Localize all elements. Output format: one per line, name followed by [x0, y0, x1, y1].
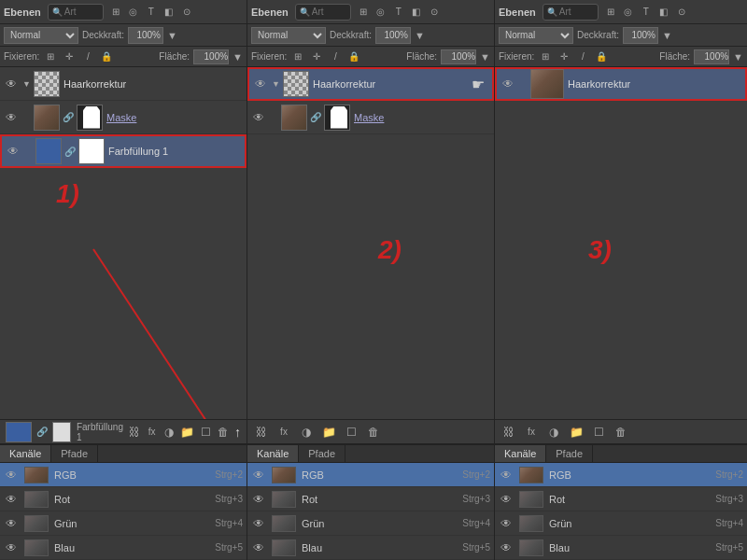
fill-arrow-1[interactable]: ▼ [233, 51, 243, 63]
channel-row-rot-3[interactable]: 👁 Rot Strg+3 [495, 487, 747, 511]
fix-brush-icon-1[interactable]: / [80, 49, 95, 64]
fx-icon-3[interactable]: fx [523, 424, 540, 441]
eye-grun-2[interactable]: 👁 [251, 516, 266, 531]
mask-icon-2[interactable]: ◑ [298, 424, 315, 441]
eye-grun-1[interactable]: 👁 [4, 516, 19, 531]
eye-rgb-3[interactable]: 👁 [499, 468, 514, 483]
folder-icon-3[interactable]: 📁 [568, 424, 585, 441]
tab-pfade-2[interactable]: Pfade [299, 445, 345, 462]
chain-maske-2[interactable]: 🔗 [311, 110, 320, 125]
fix-all-icon-1[interactable]: ⊞ [43, 49, 58, 64]
circle-icon-1[interactable]: ◎ [126, 5, 141, 20]
search-box-2[interactable]: 🔍 [295, 4, 351, 21]
trash-icon-1[interactable]: 🗑 [218, 424, 229, 441]
opacity-input-1[interactable] [128, 27, 163, 44]
image-icon-3[interactable]: ⊞ [603, 5, 618, 20]
text-icon-2[interactable]: T [391, 5, 406, 20]
channel-row-rot-1[interactable]: 👁 Rot Strg+3 [0, 487, 247, 511]
fill-arrow-3[interactable]: ▼ [733, 51, 743, 63]
search-input-2[interactable] [312, 7, 345, 17]
eye-rot-3[interactable]: 👁 [499, 492, 514, 507]
channel-row-grun-3[interactable]: 👁 Grün Strg+4 [495, 511, 747, 536]
fix-move-icon-3[interactable]: ✛ [557, 49, 571, 64]
search-box-3[interactable]: 🔍 [543, 4, 599, 21]
image-icon-1[interactable]: ⊞ [108, 5, 123, 20]
opacity-arrow-2[interactable]: ▼ [415, 30, 425, 41]
eye-rgb-1[interactable]: 👁 [4, 468, 19, 483]
circle-icon-2[interactable]: ◎ [374, 5, 388, 20]
bottom-chain-1[interactable]: 🔗 [37, 425, 47, 440]
link-icon-2[interactable]: ⛓ [253, 424, 270, 441]
layer-row-maske-1[interactable]: 👁 🔗 Maske [0, 101, 247, 134]
chain-fill-1[interactable]: 🔗 [65, 144, 75, 159]
tab-pfade-1[interactable]: Pfade [51, 445, 98, 462]
tab-kanale-2[interactable]: Kanäle [247, 445, 299, 462]
fix-all-icon-3[interactable]: ⊞ [538, 49, 553, 64]
fx-icon-2[interactable]: fx [275, 424, 292, 441]
tab-kanale-1[interactable]: Kanäle [0, 445, 51, 462]
layer-row-farbfullung-1[interactable]: 👁 🔗 Farbfüllung 1 [0, 134, 247, 168]
eye-haar-3[interactable]: 👁 [500, 77, 515, 91]
opacity-arrow-3[interactable]: ▼ [662, 30, 672, 41]
new-icon-2[interactable]: ☐ [343, 424, 359, 441]
layer-row-maske-2[interactable]: 👁 🔗 Maske [247, 101, 494, 134]
blend-mode-select-3[interactable]: Normal [499, 27, 573, 44]
eye-fill-1[interactable]: 👁 [6, 144, 21, 159]
layer-row-haarkorrektur-3[interactable]: 👁 Haarkorrektur [495, 67, 747, 101]
eye-1[interactable]: 👁 [4, 77, 19, 91]
circle-icon-3[interactable]: ◎ [621, 5, 636, 20]
channel-row-rgb-3[interactable]: 👁 RGB Strg+2 [495, 463, 747, 487]
eye-rot-2[interactable]: 👁 [251, 492, 266, 507]
search-input-1[interactable] [64, 7, 97, 17]
channel-row-blau-3[interactable]: 👁 Blau Strg+5 [495, 536, 747, 560]
fill-input-2[interactable] [441, 49, 476, 64]
text-icon-3[interactable]: T [639, 5, 654, 20]
folder-icon-1[interactable]: 📁 [180, 424, 194, 441]
search-box-1[interactable]: 🔍 [48, 4, 104, 21]
fix-lock-icon-1[interactable]: 🔒 [99, 49, 114, 64]
eye-maske-1[interactable]: 👁 [4, 110, 19, 125]
layer-row-haarkorrektur-1[interactable]: 👁 ▼ Haarkorrektur [0, 67, 247, 101]
fix-lock-icon-3[interactable]: 🔒 [594, 49, 609, 64]
eye-blau-1[interactable]: 👁 [4, 540, 19, 555]
trash-icon-2[interactable]: 🗑 [365, 424, 382, 441]
fix-move-icon-1[interactable]: ✛ [62, 49, 77, 64]
opacity-input-2[interactable] [375, 27, 411, 44]
fx-icon-1[interactable]: fx [146, 424, 157, 441]
eye-maske-2[interactable]: 👁 [251, 110, 266, 125]
opacity-input-3[interactable] [623, 27, 658, 44]
collapse-1[interactable]: ▼ [22, 77, 30, 91]
eye-grun-3[interactable]: 👁 [499, 516, 514, 531]
fill-input-1[interactable] [193, 49, 229, 64]
fill-input-3[interactable] [694, 49, 729, 64]
channel-row-rot-2[interactable]: 👁 Rot Strg+3 [247, 487, 494, 511]
layer-row-haarkorrektur-2[interactable]: 👁 ▼ Haarkorrektur ☛ [247, 67, 494, 101]
shape-icon-1[interactable]: ◧ [162, 5, 176, 20]
new-icon-3[interactable]: ☐ [590, 424, 607, 441]
tab-kanale-3[interactable]: Kanäle [495, 445, 546, 462]
adjust-icon-2[interactable]: ⊙ [427, 5, 442, 20]
channel-row-grun-2[interactable]: 👁 Grün Strg+4 [247, 511, 494, 536]
channel-row-blau-1[interactable]: 👁 Blau Strg+5 [0, 536, 247, 560]
mask-icon-1[interactable]: ◑ [163, 424, 175, 441]
eye-rot-1[interactable]: 👁 [4, 492, 19, 507]
shape-icon-2[interactable]: ◧ [409, 5, 424, 20]
channel-row-rgb-1[interactable]: 👁 RGB Strg+2 [0, 463, 247, 487]
shape-icon-3[interactable]: ◧ [656, 5, 671, 20]
adjust-icon-1[interactable]: ⊙ [179, 5, 194, 20]
chain-1[interactable]: 🔗 [63, 110, 73, 125]
channel-row-grun-1[interactable]: 👁 Grün Strg+4 [0, 511, 247, 536]
tab-pfade-3[interactable]: Pfade [546, 445, 593, 462]
mask-icon-3[interactable]: ◑ [545, 424, 562, 441]
adjust-icon-3[interactable]: ⊙ [674, 5, 689, 20]
blend-mode-select-2[interactable]: Normal [251, 27, 326, 44]
eye-blau-3[interactable]: 👁 [499, 540, 514, 555]
trash-icon-3[interactable]: 🗑 [613, 424, 629, 441]
eye-blau-2[interactable]: 👁 [251, 540, 266, 555]
folder-icon-2[interactable]: 📁 [320, 424, 337, 441]
channel-row-rgb-2[interactable]: 👁 RGB Strg+2 [247, 463, 494, 487]
fix-brush-icon-3[interactable]: / [575, 49, 590, 64]
fix-all-icon-2[interactable]: ⊞ [290, 49, 305, 64]
text-icon-1[interactable]: T [144, 5, 159, 20]
channel-row-blau-2[interactable]: 👁 Blau Strg+5 [247, 536, 494, 560]
